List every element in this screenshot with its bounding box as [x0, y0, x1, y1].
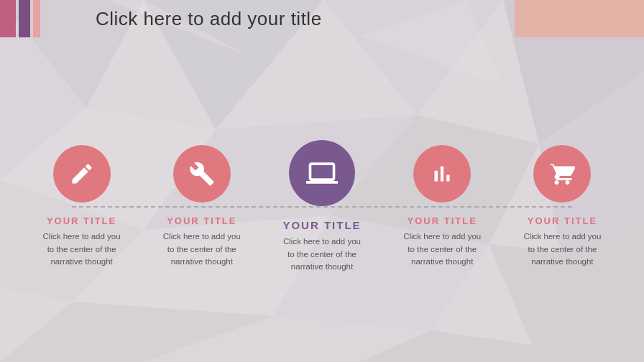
item-2-desc-line2: to the center of the — [167, 245, 236, 254]
circle-4[interactable] — [413, 145, 471, 203]
timeline-item-3[interactable]: YOUR TITLE Click here to add you to the … — [262, 140, 382, 274]
item-4-desc: Click here to add you to the center of t… — [387, 231, 498, 269]
item-3-desc: Click here to add you to the center of t… — [267, 236, 378, 274]
item-4-title[interactable]: YOUR TITLE — [387, 215, 498, 226]
item-3-desc-line3: narrative thought — [291, 262, 353, 271]
item-4-texts: YOUR TITLE Click here to add you to the … — [387, 215, 498, 269]
item-5-desc: Click here to add you to the center of t… — [507, 231, 618, 269]
circle-3[interactable] — [289, 140, 355, 206]
main-content: YOUR TITLE Click here to add you to the … — [0, 37, 644, 362]
item-2-desc-line3: narrative thought — [171, 257, 233, 266]
item-2-desc-line1: Click here to add you — [163, 232, 241, 241]
circle-5[interactable] — [533, 145, 591, 203]
timeline-item-4[interactable]: YOUR TITLE Click here to add you to the … — [382, 145, 502, 269]
header-accent-block — [0, 0, 83, 37]
circle-1[interactable] — [53, 145, 111, 203]
item-3-desc-line1: Click here to add you — [283, 237, 361, 246]
timeline-item-2[interactable]: YOUR TITLE Click here to add you to the … — [142, 145, 262, 269]
item-4-desc-line1: Click here to add you — [403, 232, 481, 241]
item-5-desc-line3: narrative thought — [531, 257, 593, 266]
item-4-desc-line3: narrative thought — [411, 257, 473, 266]
item-2-desc: Click here to add you to the center of t… — [146, 231, 257, 269]
item-5-desc-line2: to the center of the — [528, 245, 597, 254]
item-5-title[interactable]: YOUR TITLE — [507, 215, 618, 226]
item-3-title[interactable]: YOUR TITLE — [267, 219, 378, 231]
timeline-item-1[interactable]: YOUR TITLE Click here to add you to the … — [22, 145, 142, 269]
item-3-texts: YOUR TITLE Click here to add you to the … — [267, 219, 378, 274]
item-5-desc-line1: Click here to add you — [523, 232, 601, 241]
timeline-row: YOUR TITLE Click here to add you to the … — [0, 140, 644, 274]
pencil-icon — [69, 161, 95, 187]
item-1-desc: Click here to add you to the center of t… — [26, 231, 137, 269]
item-1-desc-line3: narrative thought — [50, 257, 112, 266]
item-1-texts: YOUR TITLE Click here to add you to the … — [26, 215, 137, 269]
item-1-desc-line2: to the center of the — [47, 245, 116, 254]
item-1-desc-line1: Click here to add you — [43, 232, 121, 241]
accent-pink-bar — [0, 0, 16, 37]
item-1-title[interactable]: YOUR TITLE — [26, 215, 137, 226]
header-title[interactable]: Click here to add your title — [96, 8, 322, 30]
item-4-desc-line2: to the center of the — [408, 245, 477, 254]
chart-icon — [429, 161, 455, 187]
header-right-decoration — [515, 0, 644, 37]
item-2-texts: YOUR TITLE Click here to add you to the … — [146, 215, 257, 269]
tools-icon — [189, 161, 215, 187]
header: Click here to add your title — [0, 0, 644, 37]
laptop-icon — [306, 157, 338, 189]
accent-purple-bar — [19, 0, 30, 37]
circle-2[interactable] — [173, 145, 231, 203]
header-title-area[interactable]: Click here to add your title — [83, 0, 515, 37]
cart-icon — [549, 161, 575, 187]
timeline-item-5[interactable]: YOUR TITLE Click here to add you to the … — [502, 145, 622, 269]
item-5-texts: YOUR TITLE Click here to add you to the … — [507, 215, 618, 269]
accent-pink2-bar — [33, 0, 40, 37]
item-3-desc-line2: to the center of the — [288, 250, 356, 259]
item-2-title[interactable]: YOUR TITLE — [146, 215, 257, 226]
